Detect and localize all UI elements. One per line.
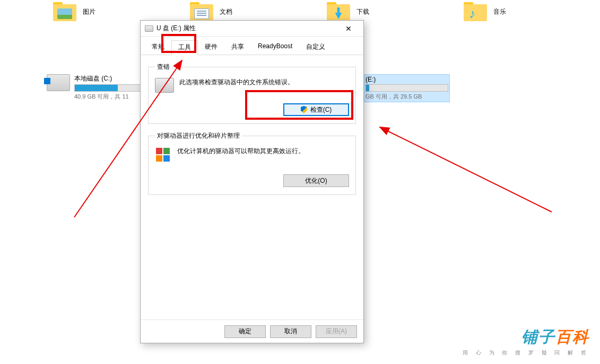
- group-legend: 查错: [155, 63, 172, 72]
- uac-shield-icon: [301, 106, 307, 113]
- folder-label: 下载: [356, 7, 369, 16]
- titlebar[interactable]: U 盘 (E:) 属性 ✕: [141, 21, 363, 37]
- tab-readyboost[interactable]: ReadyBoost: [251, 40, 299, 55]
- group-optimize: 对驱动器进行优化和碎片整理 优化计算机的驱动器可以帮助其更高效运行。 优化(O): [148, 131, 356, 195]
- drive-name: 本地磁盘 (C:): [74, 74, 142, 83]
- folder-icon: [53, 2, 76, 21]
- drive-c[interactable]: 本地磁盘 (C:) 40.9 GB 可用，共 11: [47, 74, 142, 101]
- cancel-button[interactable]: 取消: [270, 325, 311, 338]
- folder-pictures[interactable]: 图片: [0, 2, 137, 21]
- tab-content-tools: 查错 此选项将检查驱动器中的文件系统错误。 检查(C) 对驱动器进行优化和碎片整…: [141, 55, 363, 195]
- check-button[interactable]: 检查(C): [283, 103, 349, 116]
- folder-label: 文档: [220, 7, 232, 16]
- drive-usage-bar: [74, 84, 142, 92]
- ok-button[interactable]: 确定: [224, 325, 266, 338]
- drive-check-icon: [155, 78, 174, 93]
- optimize-desc: 优化计算机的驱动器可以帮助其更高效运行。: [177, 147, 305, 156]
- brand-tagline: 用 心 为 你 搜 罗 疑 问 解 答: [463, 349, 589, 357]
- tab-tools[interactable]: 工具: [171, 40, 198, 55]
- tab-customize[interactable]: 自定义: [299, 40, 332, 55]
- dialog-footer: 确定 取消 应用(A): [141, 319, 363, 343]
- brand-main: 铺子: [521, 328, 555, 345]
- folder-music[interactable]: 音乐: [411, 2, 547, 21]
- optimize-button-label: 优化(O): [305, 176, 327, 185]
- folder-downloads[interactable]: 下载: [274, 2, 411, 21]
- ok-label: 确定: [239, 327, 251, 336]
- close-button[interactable]: ✕: [338, 21, 359, 36]
- brand-accent: 百科: [555, 328, 589, 345]
- close-icon: ✕: [345, 24, 352, 33]
- library-folders: 图片 文档 下载 音乐: [0, 2, 600, 21]
- drive-icon: [145, 25, 153, 32]
- drive-usage-bar: [366, 84, 448, 92]
- folder-icon: [327, 2, 350, 21]
- drive-icon: [47, 74, 70, 91]
- folder-label: 音乐: [493, 7, 506, 16]
- apply-label: 应用(A): [326, 327, 347, 336]
- watermark-logo: 铺子百科 用 心 为 你 搜 罗 疑 问 解 答: [463, 326, 589, 357]
- tab-general[interactable]: 常规: [145, 40, 171, 55]
- group-legend: 对驱动器进行优化和碎片整理: [155, 131, 242, 140]
- folder-documents[interactable]: 文档: [137, 2, 274, 21]
- folder-label: 图片: [83, 7, 95, 16]
- cancel-label: 取消: [284, 327, 297, 336]
- folder-icon: [190, 2, 213, 21]
- group-error-checking: 查错 此选项将检查驱动器中的文件系统错误。 检查(C): [148, 63, 356, 124]
- tabstrip: 常规 工具 硬件 共享 ReadyBoost 自定义: [141, 37, 363, 55]
- properties-dialog: U 盘 (E:) 属性 ✕ 常规 工具 硬件 共享 ReadyBoost 自定义…: [140, 20, 364, 343]
- drive-usage-text: 40.9 GB 可用，共 11: [74, 93, 142, 101]
- apply-button[interactable]: 应用(A): [316, 325, 357, 338]
- optimize-button[interactable]: 优化(O): [283, 174, 349, 187]
- defrag-icon: [155, 147, 172, 164]
- check-button-label: 检查(C): [310, 105, 332, 114]
- drive-usage-text: GB 可用，共 29.5 GB: [366, 93, 448, 101]
- tab-hardware[interactable]: 硬件: [198, 40, 224, 55]
- error-check-desc: 此选项将检查驱动器中的文件系统错误。: [179, 78, 294, 87]
- drive-name: (E:): [366, 76, 448, 83]
- tab-sharing[interactable]: 共享: [224, 40, 251, 55]
- folder-icon: [464, 2, 487, 21]
- dialog-title: U 盘 (E:) 属性: [156, 24, 196, 33]
- svg-line-2: [380, 127, 552, 212]
